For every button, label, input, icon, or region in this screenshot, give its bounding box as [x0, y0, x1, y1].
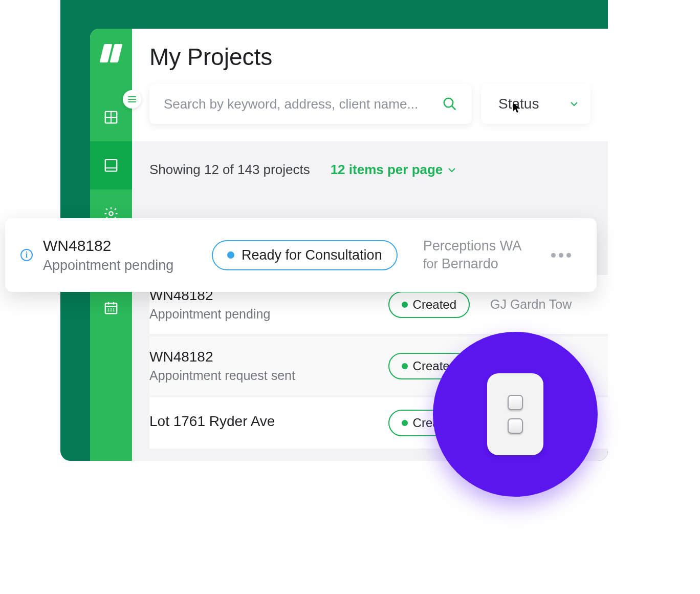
summary-row: Showing 12 of 143 projects 12 items per …: [132, 141, 608, 193]
fab-button[interactable]: [433, 332, 598, 497]
project-client-org: Perceptions WA: [423, 238, 551, 254]
status-filter-dropdown[interactable]: Status: [481, 84, 590, 124]
chevron-down-icon: [570, 101, 578, 107]
header: My Projects Status: [132, 29, 608, 141]
app-logo-icon: [100, 44, 123, 62]
status-badge: Ready for Consultation: [212, 240, 398, 270]
status-dot-icon: [402, 302, 408, 308]
status-label: Created: [413, 298, 456, 312]
search-box[interactable]: [149, 84, 472, 124]
project-subtitle: Appointment pending: [149, 307, 388, 322]
status-dot-icon: [402, 420, 408, 426]
sidebar-item-projects[interactable]: [90, 141, 132, 189]
project-id: WN48182: [43, 237, 207, 254]
project-detail-card[interactable]: i WN48182 Appointment pending Ready for …: [5, 218, 597, 292]
svg-point-4: [444, 98, 453, 108]
status-badge: Created: [388, 291, 470, 318]
status-label: Ready for Consultation: [242, 247, 382, 263]
project-client: GJ Gardn Tow: [490, 297, 593, 312]
info-icon: i: [20, 249, 33, 261]
svg-rect-3: [105, 303, 117, 313]
search-icon: [442, 96, 457, 112]
project-id: WN48182: [149, 349, 388, 365]
panel-icon: [103, 158, 119, 173]
page-title: My Projects: [149, 43, 590, 71]
sidebar-toggle-button[interactable]: [123, 90, 141, 109]
svg-point-2: [109, 211, 113, 216]
cursor-icon: [513, 102, 521, 114]
svg-rect-1: [105, 160, 117, 172]
status-dot-icon: [227, 251, 234, 259]
more-actions-button[interactable]: [551, 253, 571, 258]
calendar-icon: [103, 300, 119, 315]
chevron-down-icon: [448, 167, 456, 173]
items-per-page-dropdown[interactable]: 12 items per page: [331, 162, 456, 178]
switch-plate-icon: [487, 373, 543, 455]
controls-row: Status: [149, 71, 590, 124]
project-id: Lot 1761 Ryder Ave: [149, 413, 388, 430]
project-client-person: for Bernardo: [423, 256, 551, 272]
items-per-page-label: 12 items per page: [331, 162, 443, 178]
search-input[interactable]: [164, 96, 442, 112]
hamburger-icon: [128, 96, 136, 102]
grid-icon: [103, 110, 119, 125]
results-count: Showing 12 of 143 projects: [149, 162, 310, 178]
project-subtitle: Appointment pending: [43, 258, 207, 273]
status-dot-icon: [402, 363, 408, 369]
project-subtitle: Appointment request sent: [149, 368, 388, 383]
